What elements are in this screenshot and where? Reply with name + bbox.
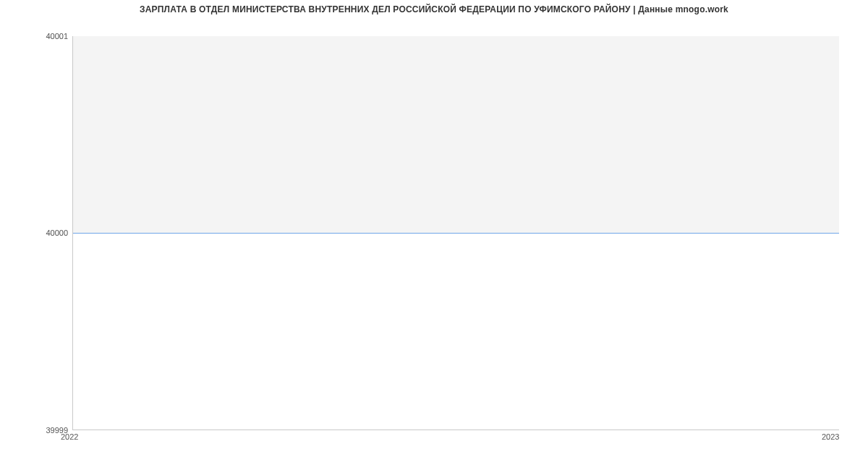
y-tick-label: 40001 [25,32,68,40]
x-tick-label: 2023 [822,432,839,441]
salary-line-chart: ЗАРПЛАТА В ОТДЕЛ МИНИСТЕРСТВА ВНУТРЕННИХ… [0,0,868,470]
chart-title: ЗАРПЛАТА В ОТДЕЛ МИНИСТЕРСТВА ВНУТРЕННИХ… [0,4,868,14]
series-line-salary [73,233,839,234]
grid-band [73,36,839,233]
x-tick-label: 2022 [61,432,78,441]
y-tick-label: 40000 [25,228,68,237]
plot-area [72,36,839,430]
